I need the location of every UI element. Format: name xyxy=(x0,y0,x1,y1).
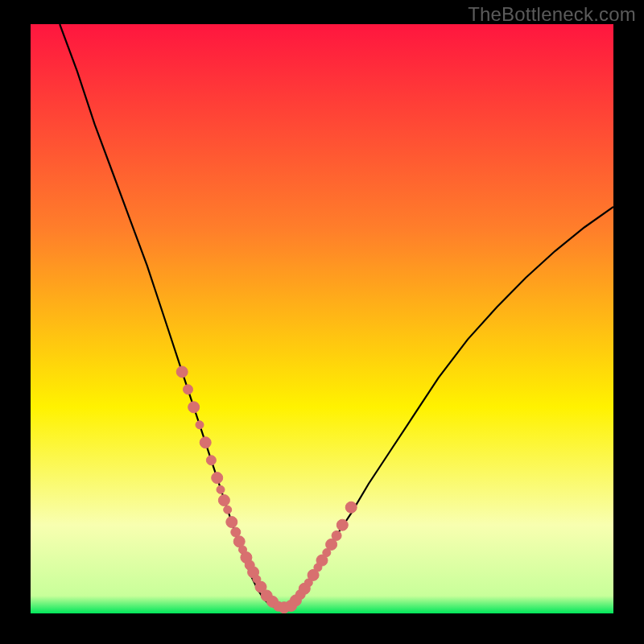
chart-frame: TheBottleneck.com xyxy=(0,0,644,644)
highlight-dot xyxy=(226,517,237,528)
highlight-dot xyxy=(188,402,200,413)
watermark-text: TheBottleneck.com xyxy=(468,3,636,26)
highlight-dot xyxy=(200,437,211,448)
highlight-dot xyxy=(176,366,188,378)
highlight-dot xyxy=(336,519,348,530)
highlight-dot xyxy=(218,495,229,506)
highlight-dot xyxy=(345,502,357,513)
highlight-dot xyxy=(231,527,241,537)
bottleneck-plot xyxy=(0,0,644,644)
highlight-dot xyxy=(224,506,232,514)
highlight-dot xyxy=(332,530,341,540)
highlight-dot xyxy=(196,421,204,429)
highlight-dot xyxy=(206,456,216,465)
plot-background xyxy=(31,24,613,613)
highlight-dot xyxy=(184,385,193,394)
highlight-dot xyxy=(217,485,225,493)
highlight-dot xyxy=(212,473,223,484)
